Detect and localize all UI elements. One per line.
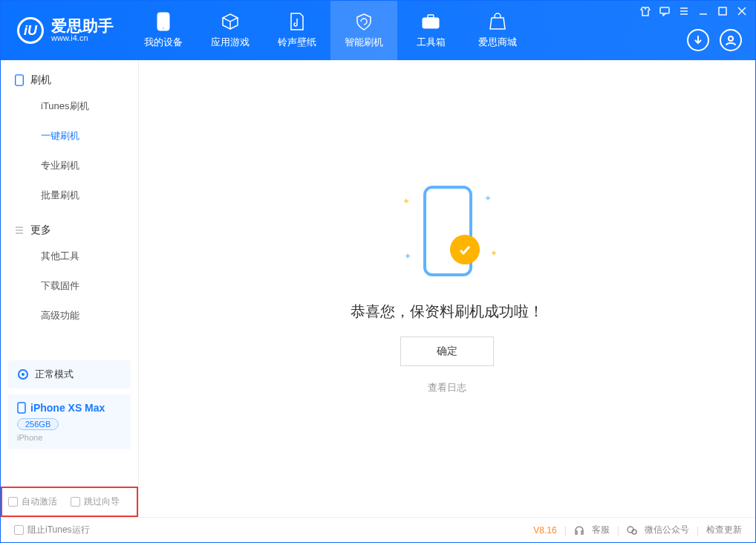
main-area: 刷机 iTunes刷机 一键刷机 专业刷机 批量刷机 更多 其他工具 下载固件 … (1, 60, 755, 517)
nav-apps-games[interactable]: 应用游戏 (197, 1, 264, 60)
bag-icon (488, 12, 507, 31)
app-title: 爱思助手 (51, 18, 114, 34)
checkbox-icon (8, 497, 18, 507)
nav-toolbox[interactable]: 工具箱 (397, 1, 464, 60)
sidebar-item-other-tools[interactable]: 其他工具 (1, 241, 138, 271)
support-link[interactable]: 客服 (592, 524, 610, 536)
checkbox-label: 跳过向导 (84, 495, 120, 508)
nav-label: 爱思商城 (478, 36, 517, 49)
svg-rect-10 (18, 403, 25, 413)
success-illustration: ✦ ✦ ✦ ✦ (365, 183, 529, 287)
feedback-icon[interactable] (659, 5, 671, 17)
sidebar-group-flash: 刷机 (1, 60, 138, 91)
svg-rect-3 (428, 15, 434, 18)
download-manager-button[interactable] (687, 29, 709, 51)
headset-icon (574, 525, 584, 536)
menu-icon[interactable] (678, 5, 690, 17)
sparkle-icon: ✦ (403, 196, 410, 207)
device-capacity-badge: 256GB (17, 418, 59, 430)
checkbox-label: 自动激活 (22, 495, 57, 508)
sidebar-item-download-firmware[interactable]: 下载固件 (1, 271, 138, 301)
account-button[interactable] (720, 29, 742, 51)
bottom-bar: 阻止iTunes运行 V8.16 | 客服 | 微信公众号 | 检查更新 (1, 517, 755, 542)
checkbox-auto-activate[interactable]: 自动激活 (8, 495, 57, 508)
ok-button[interactable]: 确定 (400, 336, 494, 366)
svg-rect-4 (660, 7, 669, 13)
checkbox-label: 阻止iTunes运行 (27, 524, 90, 536)
separator: | (697, 525, 699, 536)
sidebar-item-pro-flash[interactable]: 专业刷机 (1, 151, 138, 181)
nav-label: 应用游戏 (211, 36, 250, 49)
nav-ringtone-wallpaper[interactable]: 铃声壁纸 (264, 1, 330, 60)
device-type: iPhone (17, 433, 122, 442)
svg-rect-7 (16, 75, 24, 85)
logo-icon: iU (17, 17, 44, 44)
device-icon (14, 74, 25, 86)
mode-card[interactable]: 正常模式 (8, 360, 131, 388)
sidebar-item-advanced[interactable]: 高级功能 (1, 301, 138, 331)
view-log-link[interactable]: 查看日志 (428, 381, 466, 394)
version-label: V8.16 (533, 525, 556, 536)
nav-store[interactable]: 爱思商城 (464, 1, 531, 60)
shield-refresh-icon (354, 12, 374, 31)
app-logo: iU 爱思助手 www.i4.cn (1, 1, 130, 60)
top-right-actions (687, 29, 742, 51)
checkbox-icon (14, 525, 24, 535)
wechat-link[interactable]: 微信公众号 (645, 524, 689, 536)
sparkle-icon: ✦ (404, 251, 411, 261)
group-title: 更多 (30, 224, 51, 237)
sidebar-item-batch-flash[interactable]: 批量刷机 (1, 181, 138, 210)
minimize-button[interactable] (697, 5, 709, 17)
checkbox-skip-guide[interactable]: 跳过向导 (71, 495, 120, 508)
nav-label: 智能刷机 (345, 36, 383, 49)
nav-my-device[interactable]: 我的设备 (130, 1, 197, 60)
music-file-icon (287, 12, 307, 31)
checkbox-icon (71, 497, 80, 507)
window-controls (639, 5, 748, 17)
svg-point-6 (729, 36, 733, 41)
mode-icon (17, 368, 29, 380)
separator: | (564, 525, 567, 536)
svg-point-9 (22, 373, 25, 376)
device-name: iPhone XS Max (30, 402, 105, 414)
nav-label: 铃声壁纸 (278, 36, 316, 49)
check-update-link[interactable]: 检查更新 (706, 524, 742, 536)
sparkle-icon: ✦ (484, 193, 492, 204)
content-area: ✦ ✦ ✦ ✦ 恭喜您，保资料刷机成功啦！ 确定 查看日志 (139, 60, 755, 517)
skin-icon[interactable] (639, 5, 651, 17)
highlighted-options-row: 自动激活 跳过向导 (1, 487, 138, 517)
group-title: 刷机 (30, 74, 51, 87)
device-card[interactable]: iPhone XS Max 256GB iPhone (8, 394, 131, 449)
sidebar-group-more: 更多 (1, 210, 138, 241)
nav-smart-flash[interactable]: 智能刷机 (330, 1, 397, 60)
topbar: iU 爱思助手 www.i4.cn 我的设备 应用游戏 铃声壁纸 智能刷机 工具… (1, 1, 755, 60)
checkbox-block-itunes[interactable]: 阻止iTunes运行 (14, 524, 90, 536)
maximize-button[interactable] (717, 5, 729, 17)
mode-label: 正常模式 (35, 368, 74, 381)
svg-rect-5 (719, 7, 726, 15)
success-message: 恭喜您，保资料刷机成功啦！ (351, 302, 544, 322)
phone-icon (154, 12, 173, 31)
toolbox-icon (421, 12, 440, 31)
nav-label: 我的设备 (144, 36, 183, 49)
sidebar-item-onekey-flash[interactable]: 一键刷机 (1, 121, 138, 151)
check-badge-icon (450, 235, 480, 264)
sparkle-icon: ✦ (490, 248, 498, 259)
svg-rect-2 (423, 18, 439, 28)
svg-point-1 (163, 27, 164, 29)
device-small-icon (17, 402, 26, 414)
app-subtitle: www.i4.cn (51, 34, 114, 43)
separator: | (617, 525, 619, 536)
top-nav: 我的设备 应用游戏 铃声壁纸 智能刷机 工具箱 爱思商城 (130, 1, 531, 60)
nav-label: 工具箱 (417, 36, 446, 49)
cube-icon (221, 12, 240, 31)
sidebar: 刷机 iTunes刷机 一键刷机 专业刷机 批量刷机 更多 其他工具 下载固件 … (1, 60, 139, 517)
close-button[interactable] (736, 5, 748, 17)
wechat-icon (627, 525, 637, 536)
list-icon (14, 224, 25, 236)
sidebar-item-itunes-flash[interactable]: iTunes刷机 (1, 91, 138, 121)
